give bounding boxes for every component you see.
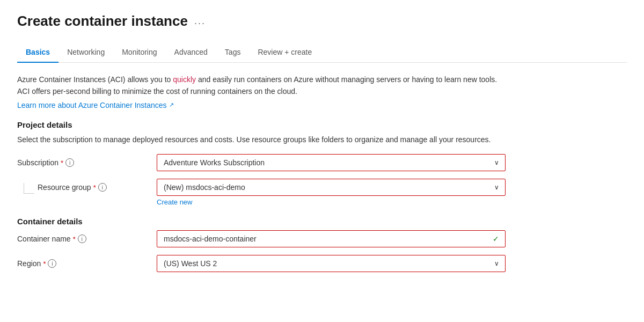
indent-decoration — [24, 183, 34, 194]
container-details-header: Container details — [17, 217, 627, 226]
region-info-icon[interactable]: i — [48, 259, 56, 268]
region-select[interactable]: (US) West US 2 — [157, 255, 506, 272]
description-text: Azure Container Instances (ACI) allows y… — [17, 74, 500, 98]
subscription-select[interactable]: Adventure Works Subscription — [157, 154, 506, 171]
tabs-nav: Basics Networking Monitoring Advanced Ta… — [17, 42, 627, 63]
tab-tags[interactable]: Tags — [216, 42, 250, 63]
project-details-description: Select the subscription to manage deploy… — [17, 134, 500, 145]
subscription-dropdown-wrapper: Adventure Works Subscription ∨ — [157, 154, 506, 171]
learn-more-link[interactable]: Learn more about Azure Container Instanc… — [17, 101, 174, 109]
external-link-icon: ↗ — [169, 101, 174, 108]
page-title: Create container instance — [17, 13, 188, 30]
region-row: Region * i (US) West US 2 ∨ — [17, 255, 627, 272]
region-required: * — [43, 260, 46, 268]
container-name-label: Container name — [17, 235, 71, 243]
subscription-label: Subscription — [17, 158, 58, 167]
resource-group-label-col: Resource group * i — [38, 179, 158, 192]
container-name-input-wrapper: ✓ — [157, 230, 506, 247]
container-name-input[interactable] — [157, 230, 506, 247]
container-name-info-icon[interactable]: i — [78, 235, 86, 243]
tab-advanced[interactable]: Advanced — [166, 42, 216, 63]
tab-review-create[interactable]: Review + create — [249, 42, 320, 63]
tab-networking[interactable]: Networking — [58, 42, 113, 63]
resource-group-required: * — [93, 184, 96, 192]
subscription-required: * — [61, 159, 63, 167]
resource-group-select[interactable]: (New) msdocs-aci-demo — [157, 179, 506, 196]
resource-group-dropdown-wrapper: (New) msdocs-aci-demo ∨ — [157, 179, 506, 196]
tab-basics[interactable]: Basics — [17, 42, 58, 63]
create-new-link[interactable]: Create new — [157, 198, 192, 206]
container-name-required: * — [73, 235, 76, 243]
resource-group-info-icon[interactable]: i — [98, 183, 107, 192]
container-name-row: Container name * i ✓ — [17, 230, 627, 247]
region-dropdown-wrapper: (US) West US 2 ∨ — [157, 255, 506, 272]
region-label: Region — [17, 259, 41, 268]
resource-group-row: Resource group * i (New) msdocs-aci-demo… — [17, 179, 627, 206]
subscription-row: Subscription * i Adventure Works Subscri… — [17, 154, 627, 171]
resource-group-label: Resource group — [38, 183, 91, 192]
more-options-icon[interactable]: ... — [194, 16, 206, 27]
subscription-info-icon[interactable]: i — [65, 158, 74, 167]
project-details-header: Project details — [17, 120, 627, 129]
tab-monitoring[interactable]: Monitoring — [113, 42, 165, 63]
container-name-check-icon: ✓ — [493, 235, 499, 243]
